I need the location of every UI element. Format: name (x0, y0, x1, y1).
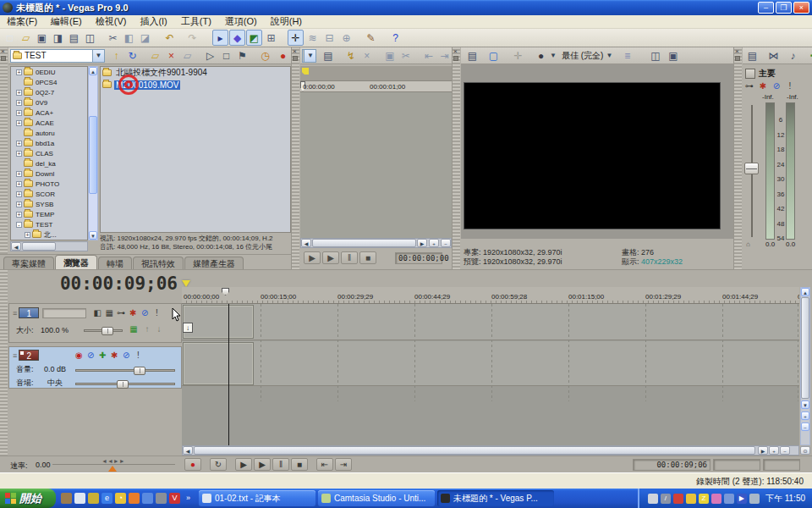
master-fader-thumb[interactable] (744, 163, 759, 174)
audio-track-row[interactable] (182, 341, 799, 386)
delete-icon[interactable]: × (163, 47, 179, 64)
project-properties-icon[interactable]: ▤ (464, 47, 480, 64)
cut-icon[interactable]: ✂ (105, 30, 121, 46)
scrollbar-thumb[interactable] (312, 239, 416, 247)
tree-item[interactable]: + CLAS (11, 148, 87, 158)
redo-icon[interactable]: ↷ (184, 30, 200, 46)
scrollbar-thumb[interactable] (89, 116, 97, 194)
shuttle-icon[interactable]: ◄◄►► (102, 458, 125, 464)
autohide-pin-icon[interactable] (293, 56, 298, 61)
timeline-dock-handle[interactable] (0, 270, 8, 456)
scroll-down-icon[interactable]: ▼ (89, 231, 97, 240)
smiley-tray-icon[interactable] (686, 494, 696, 504)
lock-envelopes-icon[interactable]: ⊟ (321, 30, 337, 46)
shuttle-track[interactable] (52, 464, 175, 465)
quality-color-icon[interactable]: ● (533, 47, 549, 64)
start-button[interactable]: 開始 (0, 489, 56, 508)
pause-icon[interactable]: ‖ (272, 458, 289, 471)
zonealarm-tray-icon[interactable]: Z (699, 494, 709, 504)
start-preview-icon[interactable]: ▷ (202, 47, 218, 64)
solo-icon[interactable]: ! (784, 80, 796, 91)
scrollbar-thumb[interactable] (801, 297, 809, 399)
title-bar[interactable]: 未標題的 * - Vegas Pro 9.0 – ❐ × (0, 0, 812, 15)
selection-end-box[interactable] (763, 459, 800, 471)
vegas-quick-icon[interactable]: V (169, 493, 180, 504)
tree-item[interactable]: del_ka (11, 158, 87, 168)
video-frame[interactable] (464, 82, 721, 229)
restore-button[interactable]: ❐ (776, 2, 792, 14)
tree-item[interactable]: + ACAE (11, 118, 87, 128)
task-button[interactable]: 01-02.txt - 記事本 (199, 490, 315, 506)
stop-icon[interactable]: ■ (359, 251, 376, 264)
transport-timecode[interactable]: 00:00:09;06 (633, 459, 710, 471)
loop-icon[interactable]: ↻ (210, 458, 227, 471)
split-icon[interactable]: ✂ (398, 47, 414, 64)
menu-item[interactable]: 說明(H) (264, 15, 309, 28)
select-end-icon[interactable]: ⇥ (436, 47, 453, 64)
slider-thumb[interactable] (117, 380, 129, 389)
size-value[interactable]: 100.0 % (41, 326, 69, 334)
timeline-big-timecode[interactable]: 00:00:09;06 (17, 273, 178, 297)
select-start-icon[interactable]: ⇤ (420, 47, 436, 64)
insert-assignable-fx-icon[interactable]: ♪ (785, 47, 801, 64)
trimmer-display-area[interactable] (300, 92, 452, 238)
open-icon[interactable]: ▱ (18, 30, 34, 46)
preview-dock-handle[interactable]: × (453, 47, 460, 269)
explorer-dock-handle[interactable]: × (0, 47, 8, 269)
trimmer-dock-handle[interactable]: × (292, 47, 299, 269)
save-markers-icon[interactable]: ▣ (381, 47, 398, 64)
scroll-left-icon[interactable]: ◀ (11, 242, 21, 251)
properties-icon[interactable]: ▤ (320, 47, 336, 64)
minimize-button[interactable]: – (758, 2, 774, 14)
close-icon[interactable]: × (1, 47, 8, 55)
timeline-ruler[interactable]: 00:00:00;0000:00:15;0000:00:29;2900:00:4… (182, 287, 799, 304)
track-name-field[interactable] (42, 308, 86, 318)
mute-icon[interactable]: ⊘ (139, 307, 151, 318)
chrome-icon[interactable]: ◔ (115, 493, 126, 504)
track-header-audio[interactable]: ≡ 2 ◉⊘✚✱⊘! 音量: 0.0 dB 音場: 中央 (8, 346, 182, 389)
create-subclip-icon[interactable]: ↯ (343, 47, 359, 64)
flag-tray-icon[interactable] (673, 494, 683, 504)
record-icon[interactable]: ● (184, 458, 201, 471)
new-folder-icon[interactable]: ▱ (147, 47, 163, 64)
record-arm-icon[interactable]: ◉ (73, 350, 85, 361)
whats-this-icon[interactable]: ? (387, 30, 403, 46)
zoom-in-icon[interactable]: + (429, 239, 439, 247)
dock-tab[interactable]: 專案媒體 (3, 257, 54, 269)
auto-ripple-icon[interactable]: ≋ (304, 30, 321, 46)
stop-icon[interactable]: ■ (291, 458, 308, 471)
track-number[interactable]: 1 (19, 307, 39, 318)
close-icon[interactable]: × (293, 47, 299, 55)
play-from-start-icon[interactable]: ▶ (304, 251, 321, 264)
video-track-row[interactable] (182, 304, 799, 340)
mixer-dock-handle[interactable]: × (734, 47, 742, 269)
expand-icon[interactable]: + (16, 151, 22, 157)
insert-bus-icon[interactable]: ⋈ (765, 47, 782, 64)
tree-item[interactable]: autoru (11, 128, 87, 138)
automation-settings-icon[interactable]: ✱ (127, 307, 139, 318)
scrollbar-thumb[interactable] (194, 446, 755, 455)
desktop-icon[interactable] (61, 493, 72, 504)
auto-preview-icon[interactable]: ⚑ (234, 47, 250, 64)
autohide-pin-icon[interactable] (1, 56, 6, 61)
play-icon[interactable]: ▶ (254, 458, 271, 471)
scroll-left-icon[interactable]: ◀ (301, 239, 311, 247)
timeline-marker-icon[interactable] (182, 280, 190, 287)
envelope-edit-tool-icon[interactable]: ◆ (229, 30, 245, 46)
close-icon[interactable]: × (735, 47, 742, 55)
fader-mode-icon[interactable]: ⊶ (743, 80, 755, 91)
render-as-icon[interactable]: ◨ (50, 30, 66, 46)
track-zoom-in-icon[interactable]: + (801, 411, 809, 420)
make-parent-icon[interactable]: ↓ (153, 323, 165, 334)
player-tray-icon[interactable]: ▶ (737, 494, 747, 504)
scroll-up-icon[interactable]: ▲ (801, 288, 809, 296)
menu-item[interactable]: 選項(O) (218, 15, 264, 28)
pause-icon[interactable]: ‖ (341, 251, 358, 264)
capture-video-icon[interactable]: ◫ (82, 30, 98, 46)
network-tray-icon[interactable] (724, 494, 734, 504)
menu-item[interactable]: 檔案(F) (0, 15, 44, 28)
close-icon[interactable]: × (453, 47, 460, 55)
tree-item[interactable]: + ACA+ (11, 108, 87, 118)
undo-icon[interactable]: ↶ (162, 30, 178, 46)
dock-tab[interactable]: 視訊特效 (133, 257, 184, 269)
